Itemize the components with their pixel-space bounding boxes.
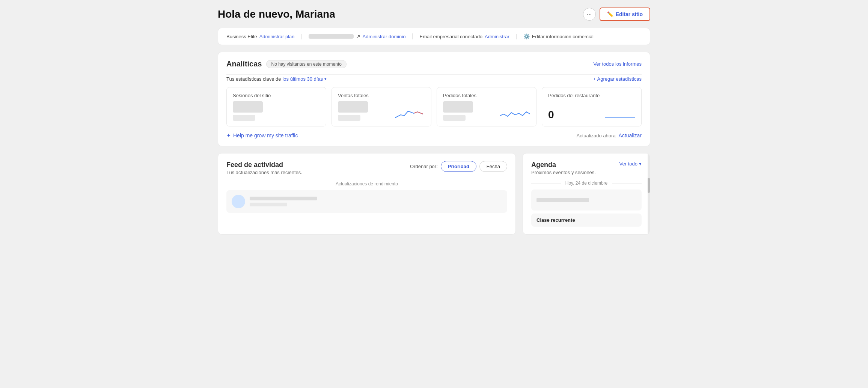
stat-value-blur-orders-small <box>443 115 466 121</box>
scrollbar-track[interactable] <box>648 153 650 234</box>
domain-blur <box>309 34 354 39</box>
sparkline-restaurant <box>605 107 635 121</box>
activity-line-1 <box>250 197 317 200</box>
agenda-view-all[interactable]: Ver todo ▾ <box>619 161 642 167</box>
info-bar: Business Elite Administrar plan ↗ Admini… <box>218 28 650 45</box>
activity-avatar <box>232 195 245 208</box>
stat-label-orders: Pedidos totales <box>443 93 530 98</box>
activity-subtitle: Tus actualizaciones más recientes. <box>226 170 302 175</box>
stat-card-sessions: Sesiones del sitio <box>226 87 326 126</box>
sparkle-icon: ✦ <box>226 132 231 138</box>
activity-line-2 <box>250 203 287 206</box>
analytics-title-row: Analíticas No hay visitantes en este mom… <box>226 60 347 68</box>
edit-site-label: Editar sitio <box>616 11 643 17</box>
agenda-title: Agenda <box>531 161 596 169</box>
stat-card-orders: Pedidos totales <box>437 87 536 126</box>
business-info-label[interactable]: Editar información comercial <box>532 34 594 39</box>
header-actions: ··· ✏️ Editar sitio <box>583 8 650 21</box>
section-divider-label: Actualizaciones de rendimiento <box>331 181 402 186</box>
external-link-icon: ↗ <box>356 33 360 39</box>
updated-info: Actualizado ahora Actualizar <box>577 132 642 138</box>
activity-title: Feed de actividad <box>226 161 302 169</box>
activity-titles: Feed de actividad Tus actualizaciones má… <box>226 161 302 175</box>
chevron-down-icon[interactable]: ▾ <box>324 77 327 81</box>
agenda-titles: Agenda Próximos eventos y sesiones. <box>531 161 596 175</box>
help-traffic-label: Help me grow my site traffic <box>233 132 298 138</box>
agenda-subtitle: Próximos eventos y sesiones. <box>531 170 596 175</box>
activity-lines <box>250 197 317 206</box>
stat-value-blur-sessions-small <box>233 115 255 121</box>
business-info: ⚙️ Editar información comercial <box>517 33 600 39</box>
stats-period-link[interactable]: los últimos 30 días <box>282 76 323 82</box>
stat-value-blur-sales <box>338 101 368 113</box>
manage-plan-link[interactable]: Administrar plan <box>259 34 295 39</box>
domain-info: ↗ Administrar dominio <box>302 33 413 39</box>
plan-info: Business Elite Administrar plan <box>226 34 302 39</box>
activity-header: Feed de actividad Tus actualizaciones má… <box>226 161 507 175</box>
sort-date-button[interactable]: Fecha <box>479 161 507 172</box>
stats-period-prefix: Tus estadísticas clave de <box>226 76 281 82</box>
bottom-row: Feed de actividad Tus actualizaciones má… <box>218 153 650 235</box>
more-options-button[interactable]: ··· <box>583 8 596 21</box>
page-header: Hola de nuevo, Mariana ··· ✏️ Editar sit… <box>218 8 650 21</box>
gear-icon: ⚙️ <box>523 33 530 39</box>
analytics-header: Analíticas No hay visitantes en este mom… <box>226 60 642 68</box>
stats-period: Tus estadísticas clave de los últimos 30… <box>226 76 327 82</box>
stat-card-restaurant: Pedidos del restaurante 0 <box>542 87 642 126</box>
stat-value-blur-sessions <box>233 101 263 113</box>
analytics-section: Analíticas No hay visitantes en este mom… <box>218 52 650 146</box>
pencil-icon: ✏️ <box>607 11 613 17</box>
stat-value-restaurant: 0 <box>548 109 554 121</box>
analytics-footer: ✦ Help me grow my site traffic Actualiza… <box>226 132 642 138</box>
analytics-title: Analíticas <box>226 60 262 68</box>
no-visitors-badge: No hay visitantes en este momento <box>266 60 346 68</box>
activity-item <box>226 190 507 213</box>
updated-text: Actualizado ahora <box>577 133 616 138</box>
stat-value-blur-sales-small <box>338 115 360 121</box>
sparkline-sales <box>395 107 425 121</box>
chevron-down-agenda-icon: ▾ <box>639 161 642 167</box>
stat-label-sessions: Sesiones del sitio <box>233 93 320 98</box>
sort-label: Ordenar por: <box>410 164 438 169</box>
stat-cards-row: Sesiones del sitio Ventas totales <box>226 87 642 126</box>
edit-site-button[interactable]: ✏️ Editar sitio <box>600 8 650 21</box>
stat-value-blur-orders <box>443 101 473 113</box>
agenda-section: Agenda Próximos eventos y sesiones. Ver … <box>523 153 650 235</box>
agenda-date-divider: Hoy, 24 de diciembre <box>531 180 642 186</box>
stat-body-sales <box>338 101 425 121</box>
stat-body-orders <box>443 101 530 121</box>
sort-controls: Ordenar por: Prioridad Fecha <box>410 161 507 172</box>
stat-card-sales: Ventas totales <box>332 87 431 126</box>
stat-label-restaurant: Pedidos del restaurante <box>548 93 635 98</box>
email-info: Email empresarial conectado Administrar <box>413 34 516 39</box>
stat-body-sessions <box>233 101 320 121</box>
agenda-date-label: Hoy, 24 de diciembre <box>561 180 612 186</box>
add-stats-link[interactable]: + Agregar estadísticas <box>593 76 642 82</box>
agenda-event-line <box>536 198 589 202</box>
section-divider: Actualizaciones de rendimiento <box>226 181 507 186</box>
help-traffic-button[interactable]: ✦ Help me grow my site traffic <box>226 132 298 138</box>
manage-domain-link[interactable]: Administrar dominio <box>363 34 406 39</box>
sort-priority-button[interactable]: Prioridad <box>441 161 476 172</box>
manage-email-link[interactable]: Administrar <box>485 34 509 39</box>
stats-subheader: Tus estadísticas clave de los últimos 30… <box>226 74 642 82</box>
agenda-event-item <box>531 189 642 211</box>
stat-label-sales: Ventas totales <box>338 93 425 98</box>
agenda-event-label: Clase recurrente <box>531 214 642 227</box>
agenda-view-all-label: Ver todo <box>619 161 637 167</box>
refresh-link[interactable]: Actualizar <box>619 132 642 138</box>
view-all-reports-link[interactable]: Ver todos los informes <box>593 61 642 67</box>
plan-label: Business Elite <box>226 34 257 39</box>
activity-feed-section: Feed de actividad Tus actualizaciones má… <box>218 153 516 235</box>
page-title: Hola de nuevo, Mariana <box>218 8 335 20</box>
stat-body-restaurant: 0 <box>548 107 635 121</box>
email-label: Email empresarial conectado <box>419 34 482 39</box>
scrollbar-thumb <box>648 178 650 193</box>
agenda-header: Agenda Próximos eventos y sesiones. Ver … <box>531 161 642 175</box>
sparkline-orders <box>500 107 530 121</box>
